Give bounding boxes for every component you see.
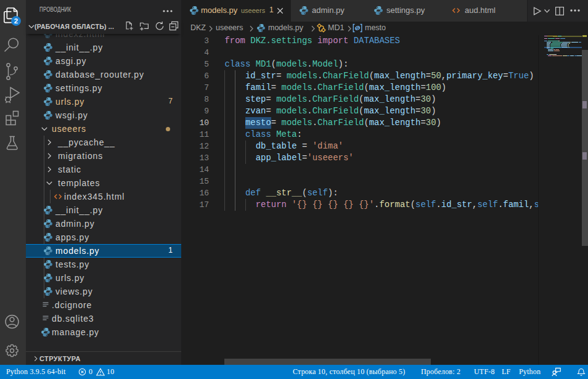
svg-text:2: 2 xyxy=(14,17,18,25)
